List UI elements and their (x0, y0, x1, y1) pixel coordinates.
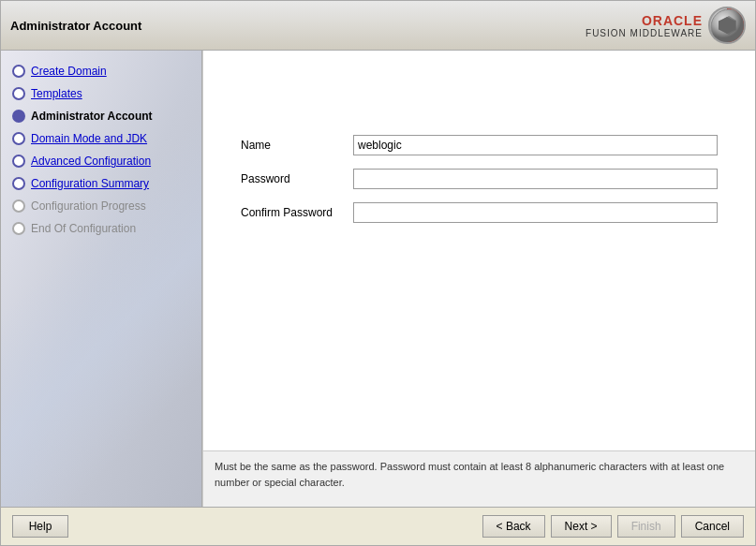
info-text: Must be the same as the password. Passwo… (215, 461, 724, 488)
sidebar-label-templates: Templates (31, 87, 82, 100)
sidebar-label-domain-mode: Domain Mode and JDK (31, 132, 147, 145)
oracle-logo-svg (710, 8, 746, 44)
step-indicator-create-domain (12, 65, 25, 78)
sidebar-label-end-config: End Of Configuration (31, 222, 136, 235)
step-indicator-end-config (12, 222, 25, 235)
oracle-logo: ORACLE FUSION MIDDLEWARE (586, 7, 746, 44)
password-label: Password (241, 172, 353, 185)
main-window: Administrator Account ORACLE FUSION MIDD… (0, 0, 756, 546)
oracle-sub: FUSION MIDDLEWARE (586, 28, 703, 38)
form-top-spacer (241, 79, 718, 135)
confirm-password-input[interactable] (353, 202, 718, 223)
sidebar-item-advanced-config[interactable]: Advanced Configuration (1, 150, 201, 172)
sidebar-item-create-domain[interactable]: Create Domain (1, 60, 201, 82)
sidebar-item-end-config: End Of Configuration (1, 217, 201, 240)
confirm-password-label: Confirm Password (241, 206, 353, 219)
sidebar-label-admin-account: Administrator Account (31, 110, 153, 123)
info-bar: Must be the same as the password. Passwo… (203, 450, 755, 507)
sidebar-steps: Create Domain Templates Administrator Ac… (1, 60, 201, 240)
content-area: Name Password Confirm Password Must be t… (202, 51, 755, 507)
sidebar: Create Domain Templates Administrator Ac… (1, 51, 202, 507)
finish-button[interactable]: Finish (617, 515, 675, 538)
form-area: Name Password Confirm Password (203, 51, 755, 450)
next-button[interactable]: Next > (551, 515, 612, 538)
help-button[interactable]: Help (12, 515, 68, 538)
oracle-name: ORACLE (586, 13, 703, 28)
sidebar-item-domain-mode[interactable]: Domain Mode and JDK (1, 127, 201, 150)
confirm-password-row: Confirm Password (241, 202, 718, 223)
step-indicator-config-progress (12, 199, 25, 213)
sidebar-item-administrator-account[interactable]: Administrator Account (1, 105, 201, 127)
step-indicator-templates (12, 87, 25, 100)
sidebar-label-config-progress: Configuration Progress (31, 199, 146, 213)
title-bar: Administrator Account ORACLE FUSION MIDD… (1, 1, 755, 51)
svg-point-0 (711, 9, 746, 44)
form-bottom-spacer (241, 236, 718, 422)
nav-buttons: < Back Next > Finish Cancel (482, 515, 744, 538)
sidebar-label-create-domain: Create Domain (31, 65, 107, 78)
name-label: Name (241, 139, 353, 152)
sidebar-item-config-summary[interactable]: Configuration Summary (1, 172, 201, 195)
sidebar-item-config-progress: Configuration Progress (1, 195, 201, 217)
step-indicator-admin-account (12, 110, 25, 123)
oracle-text-block: ORACLE FUSION MIDDLEWARE (586, 13, 703, 38)
password-input[interactable] (353, 169, 718, 189)
back-button[interactable]: < Back (482, 515, 545, 538)
sidebar-item-templates[interactable]: Templates (1, 82, 201, 105)
name-input[interactable] (353, 135, 718, 155)
step-indicator-advanced-config (12, 155, 25, 168)
main-content: Create Domain Templates Administrator Ac… (1, 51, 755, 507)
step-indicator-domain-mode (12, 132, 25, 145)
bottom-bar: Help < Back Next > Finish Cancel (1, 507, 755, 545)
sidebar-label-advanced-config: Advanced Configuration (31, 155, 151, 168)
password-row: Password (241, 169, 718, 189)
oracle-icon (708, 7, 746, 44)
window-title: Administrator Account (10, 19, 586, 33)
sidebar-label-config-summary: Configuration Summary (31, 177, 149, 190)
name-row: Name (241, 135, 718, 155)
step-indicator-config-summary (12, 177, 25, 190)
cancel-button[interactable]: Cancel (681, 515, 744, 538)
